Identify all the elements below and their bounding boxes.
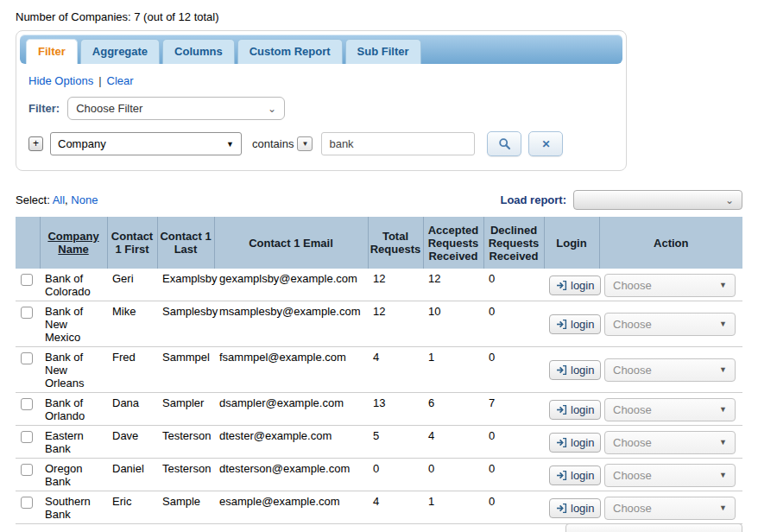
row-checkbox[interactable]	[21, 464, 33, 476]
choose-select-value: Choose	[613, 436, 652, 449]
checkbox-column-header	[16, 217, 40, 269]
email-cell: esample@example.com	[214, 491, 368, 524]
clear-link[interactable]: Clear	[107, 74, 134, 87]
first-name-cell: Fred	[107, 347, 157, 393]
login-header: Login	[544, 217, 599, 269]
total-requests-cell: 4	[368, 491, 423, 524]
table-row: Bank of Orlando Dana Sampler dsampler@ex…	[16, 393, 742, 426]
remove-filter-button[interactable]: ✕	[528, 131, 563, 156]
login-icon	[556, 364, 567, 376]
action-cell: Choose ▼	[599, 459, 742, 491]
action-choose-select[interactable]: Choose ▼	[604, 358, 736, 382]
action-choose-select[interactable]: Choose ▼	[604, 431, 736, 454]
field-select[interactable]: Company ▼	[50, 132, 242, 155]
login-cell: login	[544, 426, 599, 459]
first-name-cell: Dave	[107, 426, 157, 459]
action-choose-select[interactable]: Choose ▼	[604, 398, 736, 421]
login-button[interactable]: login	[549, 276, 601, 295]
table-row: Southern Bank Eric Sample esample@exampl…	[16, 491, 742, 524]
action-choose-select[interactable]: Choose ▼	[604, 313, 736, 336]
chevron-down-icon: ▼	[719, 436, 727, 449]
select-all-link[interactable]: All	[53, 193, 65, 206]
row-checkbox[interactable]	[21, 352, 33, 364]
accepted-requests-cell: 0	[423, 459, 483, 491]
declined-requests-cell: 0	[483, 269, 544, 301]
login-button[interactable]: login	[549, 314, 601, 334]
action-cell: Choose ▼	[599, 393, 742, 426]
chevron-down-icon: ⌄	[268, 104, 276, 113]
add-criteria-button[interactable]: +	[28, 136, 43, 151]
tab-custom-report[interactable]: Custom Report	[237, 39, 343, 64]
row-checkbox-cell	[16, 426, 40, 459]
filter-label: Filter:	[28, 102, 60, 115]
filter-criteria-row: + Company ▼ contains ▼ ✕	[28, 131, 626, 156]
login-cell: login	[544, 301, 599, 347]
accepted-requests-cell: 1	[423, 491, 483, 524]
tab-aggregate[interactable]: Aggregate	[80, 39, 160, 64]
chevron-down-icon: ▼	[719, 318, 727, 331]
row-checkbox[interactable]	[21, 307, 33, 319]
companies-table: Company Name Contact 1 First Contact 1 L…	[16, 217, 742, 524]
total-requests-cell: 4	[368, 347, 423, 393]
partial-dropdown[interactable]	[565, 523, 742, 532]
login-button[interactable]: login	[549, 498, 601, 518]
contact-first-header: Contact 1 First	[107, 217, 157, 269]
action-choose-select[interactable]: Choose ▼	[604, 497, 736, 520]
row-checkbox[interactable]	[21, 274, 33, 286]
action-choose-select[interactable]: Choose ▼	[604, 464, 736, 487]
search-button[interactable]	[487, 131, 521, 156]
row-checkbox-cell	[16, 491, 40, 524]
tab-filter[interactable]: Filter	[26, 39, 78, 64]
tab-columns[interactable]: Columns	[162, 39, 235, 64]
company-name-sort-link[interactable]: Company Name	[47, 230, 98, 256]
operator-select[interactable]: ▼	[297, 136, 313, 151]
select-none-link[interactable]: None	[71, 193, 98, 206]
chevron-down-icon: ▼	[719, 279, 727, 292]
action-cell: Choose ▼	[599, 269, 742, 301]
action-choose-select[interactable]: Choose ▼	[604, 274, 736, 297]
field-select-value: Company	[58, 137, 106, 150]
contact-last-header: Contact 1 Last	[157, 217, 214, 269]
operator-label: contains	[252, 137, 294, 150]
row-checkbox-cell	[16, 269, 40, 301]
choose-filter-select[interactable]: Choose Filter ⌄	[67, 97, 285, 120]
hide-options-link[interactable]: Hide Options	[28, 74, 93, 87]
login-button[interactable]: login	[549, 360, 601, 380]
login-button-label: login	[571, 403, 594, 416]
choose-select-value: Choose	[613, 469, 652, 482]
login-cell: login	[544, 347, 599, 393]
login-button-label: login	[571, 318, 594, 331]
filter-value-input[interactable]	[321, 132, 475, 155]
contact-email-header: Contact 1 Email	[214, 217, 368, 269]
action-cell: Choose ▼	[599, 426, 742, 459]
total-requests-cell: 13	[368, 393, 423, 426]
choose-select-value: Choose	[613, 502, 652, 515]
table-row: Bank of New Mexico Mike Samplesby msampl…	[16, 301, 742, 347]
declined-requests-cell: 7	[483, 393, 544, 426]
login-button-label: login	[571, 502, 594, 515]
chevron-down-icon: ⌄	[725, 196, 734, 205]
row-checkbox-cell	[16, 347, 40, 393]
row-checkbox[interactable]	[21, 431, 33, 443]
login-button[interactable]: login	[549, 466, 601, 485]
comma-separator: ,	[65, 193, 68, 206]
table-header-row: Company Name Contact 1 First Contact 1 L…	[16, 217, 742, 269]
total-requests-cell: 12	[368, 301, 423, 347]
declined-requests-cell: 0	[483, 426, 544, 459]
login-icon	[556, 280, 567, 291]
load-report-select[interactable]: ⌄	[573, 190, 742, 210]
total-requests-cell: 0	[368, 459, 423, 491]
row-checkbox-cell	[16, 459, 40, 491]
login-icon	[556, 319, 567, 330]
row-checkbox[interactable]	[21, 398, 33, 410]
login-icon	[556, 470, 567, 481]
login-cell: login	[544, 459, 599, 491]
login-button[interactable]: login	[549, 433, 601, 453]
login-cell: login	[544, 269, 599, 301]
tab-sub-filter[interactable]: Sub Filter	[345, 39, 421, 64]
row-checkbox[interactable]	[21, 497, 33, 509]
declined-requests-header: Declined Requests Received	[483, 217, 544, 269]
login-button[interactable]: login	[549, 400, 601, 420]
dropdown-triangle-icon: ▼	[226, 140, 234, 149]
last-name-cell: Testerson	[157, 426, 214, 459]
